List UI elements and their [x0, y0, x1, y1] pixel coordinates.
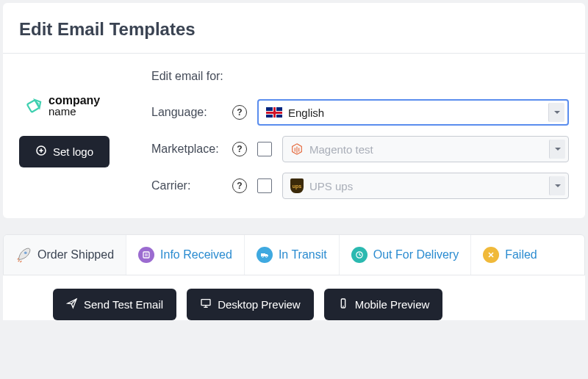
tab-info-received[interactable]: Info Received	[126, 235, 245, 275]
tab-label: Info Received	[160, 248, 232, 261]
tab-order-shipped[interactable]: Order Shipped	[4, 235, 126, 275]
carrier-row: Carrier: ? ups UPS ups	[151, 173, 569, 199]
tab-label: Out For Delivery	[373, 248, 459, 261]
tab-label: Order Shipped	[37, 248, 114, 261]
ups-icon: ups	[290, 178, 304, 193]
language-row: Language: ? English	[151, 99, 569, 126]
marketplace-checkbox[interactable]	[257, 142, 272, 156]
tag-icon	[24, 95, 44, 116]
flag-uk-icon	[266, 107, 282, 118]
carrier-checkbox[interactable]	[257, 178, 272, 193]
magento-icon	[290, 142, 304, 156]
company-logo: company name	[19, 95, 100, 117]
company-logo-text-2: name	[49, 106, 100, 117]
list-icon	[138, 247, 154, 263]
chevron-down-icon	[549, 176, 565, 195]
svg-point-11	[265, 256, 267, 258]
status-tabs: Order Shipped Info Received In Transit O…	[3, 234, 585, 275]
preview-actions: Send Test Email Desktop Preview Mobile P…	[3, 275, 585, 320]
mobile-preview-button[interactable]: Mobile Preview	[324, 289, 443, 320]
language-select[interactable]: English	[257, 99, 569, 126]
set-logo-button[interactable]: Set logo	[19, 136, 110, 167]
paper-plane-icon	[66, 297, 78, 311]
help-icon[interactable]: ?	[232, 105, 247, 120]
section-label: Edit email for:	[151, 70, 569, 83]
carrier-select[interactable]: ups UPS ups	[282, 173, 569, 199]
send-test-email-button[interactable]: Send Test Email	[53, 289, 176, 320]
card-header: Edit Email Templates	[3, 3, 585, 54]
carrier-label: Carrier:	[151, 179, 232, 192]
rocket-icon	[15, 247, 32, 263]
chevron-down-icon	[549, 140, 565, 159]
mobile-icon	[337, 297, 349, 311]
svg-rect-14	[201, 300, 210, 306]
svg-rect-6	[143, 252, 149, 258]
tab-label: Failed	[505, 248, 537, 261]
clock-icon	[351, 247, 368, 263]
tab-in-transit[interactable]: In Transit	[245, 235, 340, 275]
tab-label: In Transit	[279, 248, 327, 261]
tab-failed[interactable]: Failed	[471, 235, 549, 275]
marketplace-select[interactable]: Magento test	[282, 136, 569, 162]
truck-icon	[257, 247, 273, 263]
desktop-preview-button[interactable]: Desktop Preview	[187, 289, 314, 320]
settings-card: Edit Email Templates company name Set lo…	[3, 3, 585, 218]
language-label: Language:	[151, 106, 232, 119]
page-title: Edit Email Templates	[19, 19, 569, 40]
help-icon[interactable]: ?	[232, 178, 247, 193]
tab-out-for-delivery[interactable]: Out For Delivery	[340, 235, 471, 275]
help-icon[interactable]: ?	[232, 142, 247, 156]
marketplace-row: Marketplace: ? Magento test	[151, 136, 569, 162]
svg-point-10	[262, 256, 263, 258]
marketplace-label: Marketplace:	[151, 142, 232, 156]
svg-point-5	[24, 251, 27, 254]
plus-circle-icon	[35, 145, 47, 159]
x-icon	[483, 247, 499, 263]
monitor-icon	[200, 297, 212, 311]
chevron-down-icon	[548, 103, 564, 122]
